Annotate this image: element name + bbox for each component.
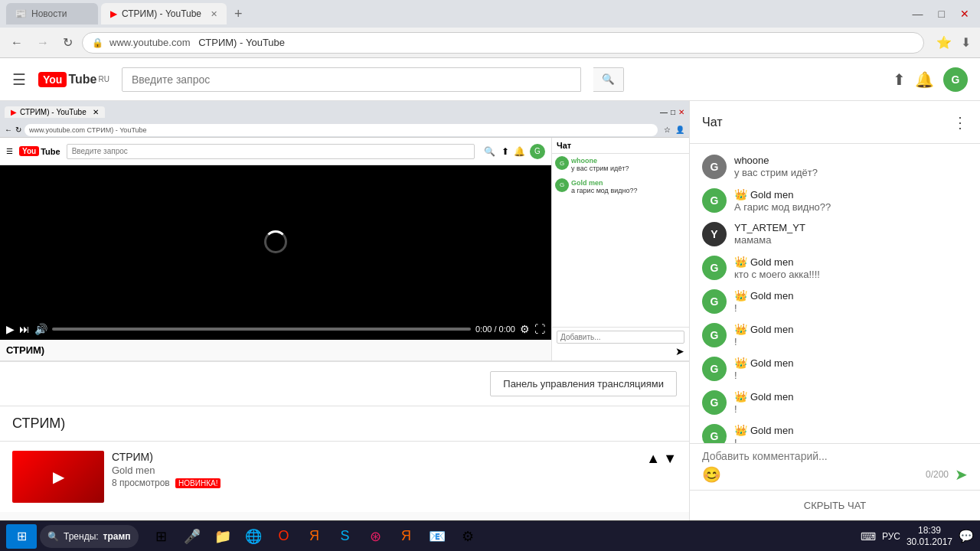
- chat-msg-body-5: 👑 Gold men !: [734, 323, 968, 347]
- nested-header-icons: ⬆ 🔔 G: [501, 144, 545, 159]
- hamburger-menu-icon[interactable]: ☰: [12, 70, 26, 89]
- taskbar-search[interactable]: 🔍 Тренды: трамп: [40, 525, 139, 548]
- preview-thumbnail[interactable]: ▶: [12, 451, 104, 503]
- keyboard-icon[interactable]: ⌨: [861, 530, 876, 543]
- chat-msg-body-8: 👑 Gold men !: [734, 424, 968, 443]
- minimize-button[interactable]: —: [908, 8, 928, 20]
- yt-header: ☰ You Tube RU 🔍 ⬆ 🔔 G: [0, 58, 980, 101]
- nested-url-bar[interactable]: www.youtube.com СТРИМ) - YouTube: [24, 124, 658, 136]
- nested-person[interactable]: 👤: [675, 126, 684, 134]
- nested-chat-input[interactable]: [557, 331, 684, 344]
- search-input[interactable]: [122, 67, 581, 92]
- next-button[interactable]: ⏭: [19, 323, 30, 335]
- send-button[interactable]: ➤: [955, 465, 968, 484]
- nested-maximize[interactable]: □: [671, 108, 675, 116]
- chat-more-button[interactable]: ⋮: [952, 113, 968, 132]
- taskbar-mic[interactable]: 🎤: [178, 523, 206, 550]
- nested-yt-menu[interactable]: ☰: [6, 147, 13, 155]
- add-tab-button[interactable]: +: [230, 6, 247, 22]
- tab-youtube[interactable]: ▶ СТРИМ) - YouTube ✕: [101, 3, 227, 24]
- chat-msg-name-2: YT_ARTEM_YT: [734, 222, 968, 233]
- preview-scroll-up[interactable]: ▲: [646, 451, 660, 467]
- back-button[interactable]: ←: [6, 33, 28, 53]
- nested-avatar[interactable]: G: [530, 144, 545, 159]
- url-bar[interactable]: 🔒 www.youtube.com СТРИМ) - YouTube: [82, 32, 924, 54]
- url-text: www.youtube.com СТРИМ) - YouTube: [109, 37, 914, 48]
- fullscreen-button[interactable]: ⛶: [534, 323, 545, 335]
- taskbar-trends-label: Тренды:: [64, 531, 99, 542]
- preview-scroll-down[interactable]: ▼: [663, 451, 677, 467]
- chat-msg-body-4: 👑 Gold men !: [734, 289, 968, 314]
- taskbar-lang[interactable]: РУС: [882, 531, 900, 542]
- chat-avatar-4: G: [702, 289, 727, 314]
- nested-search-input[interactable]: [67, 144, 475, 159]
- user-avatar[interactable]: G: [943, 67, 968, 92]
- yt-logo[interactable]: You Tube RU: [38, 72, 109, 87]
- files-icon: 📁: [214, 528, 231, 545]
- chat-comment-input[interactable]: [702, 450, 968, 462]
- bell-icon[interactable]: 🔔: [915, 70, 934, 89]
- mail-icon: 📧: [429, 528, 446, 545]
- bookmark-icon[interactable]: ⭐: [933, 32, 955, 53]
- start-button[interactable]: ⊞: [6, 524, 37, 549]
- nested-chat-msg-2: G Gold men а гарис мод видно??: [552, 176, 689, 198]
- broadcast-panel-button[interactable]: Панель управления трансляциями: [490, 371, 677, 396]
- nested-refresh[interactable]: ↻: [15, 126, 21, 134]
- chat-msg-text-6: !: [734, 370, 968, 381]
- misc-icon: ⚙: [462, 528, 474, 545]
- taskbar-yandex[interactable]: Я: [301, 523, 328, 550]
- nested-close[interactable]: ✕: [678, 108, 684, 116]
- nested-back[interactable]: ←: [5, 126, 12, 134]
- upload-icon[interactable]: ⬆: [893, 70, 906, 89]
- chat-message-1: G 👑 Gold men А гарис мод видно??: [690, 184, 980, 217]
- forward-button[interactable]: →: [32, 33, 54, 53]
- yt-logo-ru: RU: [98, 75, 109, 83]
- chat-msg-text-8: !: [734, 437, 968, 443]
- notifications-icon[interactable]: 💬: [959, 529, 974, 543]
- taskbar-taskview[interactable]: ⊞: [148, 523, 175, 550]
- taskbar-chrome[interactable]: 🌐: [240, 523, 267, 550]
- nested-msg-body-1: whoone у вас стрим идёт?: [571, 156, 629, 174]
- nested-minimize[interactable]: —: [660, 108, 668, 116]
- nested-tab-close[interactable]: ✕: [93, 108, 99, 116]
- chat-message-2: Y YT_ARTEM_YT мамама: [690, 217, 980, 251]
- video-player[interactable]: [0, 165, 551, 318]
- progress-bar[interactable]: [52, 328, 471, 331]
- settings-button[interactable]: ⚙: [520, 323, 530, 335]
- download-icon[interactable]: ⬇: [958, 32, 974, 53]
- nested-upload-icon[interactable]: ⬆: [501, 146, 509, 157]
- nested-send-button[interactable]: ➤: [675, 345, 684, 357]
- chat-msg-text-3: кто с моего акка!!!!: [734, 269, 968, 280]
- tab-youtube-label: СТРИМ) - YouTube: [122, 8, 201, 19]
- taskbar-files[interactable]: 📁: [209, 523, 237, 550]
- maximize-button[interactable]: □: [934, 8, 949, 20]
- emoji-button[interactable]: 😊: [702, 465, 721, 484]
- volume-button[interactable]: 🔊: [34, 323, 47, 335]
- refresh-button[interactable]: ↻: [58, 32, 77, 53]
- taskbar-mail[interactable]: 📧: [423, 523, 451, 550]
- nested-star[interactable]: ☆: [664, 126, 671, 134]
- taskbar-misc[interactable]: ⚙: [454, 523, 482, 550]
- char-count: 0/200: [926, 469, 949, 480]
- nested-browser: ▶ СТРИМ) - YouTube ✕ — □ ✕ ← ↻: [0, 101, 689, 361]
- nested-bell-icon[interactable]: 🔔: [514, 146, 525, 157]
- play-pause-button[interactable]: ▶: [6, 323, 15, 335]
- chat-msg-text-1: А гарис мод видно??: [734, 201, 968, 213]
- preview-thumb-inner: ▶: [12, 451, 104, 503]
- taskbar-opera[interactable]: O: [270, 523, 298, 550]
- search-button[interactable]: 🔍: [593, 67, 624, 92]
- chat-header: Чат ⋮: [690, 101, 980, 144]
- chat-msg-body-7: 👑 Gold men !: [734, 390, 968, 415]
- nested-search-btn[interactable]: 🔍: [484, 146, 495, 157]
- hide-chat-button[interactable]: СКРЫТЬ ЧАТ: [690, 490, 980, 520]
- taskbar-search-icon: 🔍: [47, 531, 59, 542]
- preview-badge: НОВИНКА!: [175, 478, 220, 488]
- taskbar-yandex2[interactable]: Я: [393, 523, 420, 550]
- nested-tab[interactable]: ▶ СТРИМ) - YouTube ✕: [5, 106, 105, 118]
- close-button[interactable]: ✕: [956, 8, 974, 20]
- site-favicon: 🔒: [92, 37, 103, 48]
- tab-youtube-close[interactable]: ✕: [211, 9, 217, 19]
- taskbar-skype[interactable]: S: [332, 523, 359, 550]
- taskbar-game[interactable]: ⊛: [362, 523, 390, 550]
- tab-news[interactable]: 📰 Новости: [6, 3, 98, 24]
